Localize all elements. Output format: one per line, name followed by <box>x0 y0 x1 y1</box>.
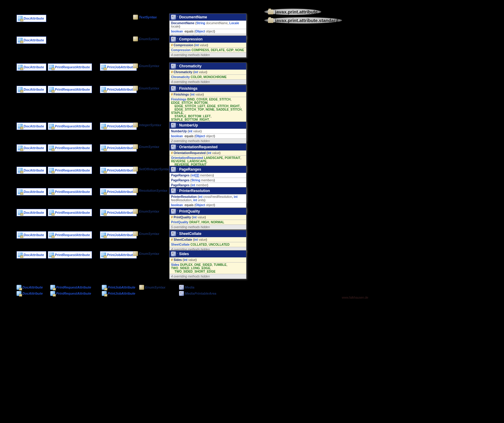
interface-job[interactable]: PrintJobAttribute <box>100 251 137 259</box>
class-member-row: # Chromaticity (int value) <box>170 70 246 74</box>
ref-req[interactable]: PrintRequestAttribute <box>50 285 91 290</box>
interface-icon <box>49 87 54 92</box>
interface-req[interactable]: PrintRequestAttribute <box>48 144 92 152</box>
ref-job[interactable]: PrintJobAttribute <box>102 285 135 290</box>
ref-label: Media <box>185 285 194 289</box>
interface-req[interactable]: PrintRequestAttribute <box>48 231 92 239</box>
ref-enum[interactable]: EnumSyntax <box>133 251 159 256</box>
interface-label: PrintRequestAttribute <box>55 253 90 257</box>
final-marker: ' <box>177 189 178 192</box>
interface-doc[interactable]: DocAttribute <box>17 15 46 22</box>
interface-req[interactable]: PrintRequestAttribute <box>48 251 92 259</box>
ref-mpa[interactable]: MediaPrintableArea <box>179 291 216 296</box>
class-member-row: # PrintQuality (int value) <box>170 215 246 220</box>
package-label-2: javax.print.attribute.standard <box>264 17 342 24</box>
interface-doc[interactable]: DocAttribute <box>17 144 46 152</box>
interface-label: PrintRequestAttribute <box>55 88 90 91</box>
interface-job[interactable]: PrintJobAttribute <box>100 86 137 93</box>
interface-label: PrintRequestAttribute <box>55 233 90 237</box>
class-card-SheetCollate[interactable]: 'SheetCollate# SheetCollate (int value)S… <box>169 230 246 252</box>
class-card-NumberUp[interactable]: 'NumberUpNumberUp (int value)boolean equ… <box>169 122 246 144</box>
interface-req[interactable]: PrintRequestAttribute <box>48 167 92 174</box>
class-icon <box>133 188 138 193</box>
interface-job[interactable]: PrintJobAttribute <box>100 188 137 195</box>
ref-enum[interactable]: EnumSyntax <box>133 63 159 68</box>
class-title: Chromaticity <box>179 64 201 68</box>
ref-enum[interactable]: EnumSyntax <box>133 231 159 236</box>
class-icon <box>171 86 176 91</box>
interface-req[interactable]: PrintRequestAttribute <box>48 86 92 93</box>
ref-soi[interactable]: SetOfIntegerSyntax <box>133 167 170 172</box>
ref-doc[interactable]: DocAttribute <box>17 291 43 296</box>
interface-label: DocAttribute <box>24 211 44 214</box>
interface-doc[interactable]: DocAttribute <box>17 123 46 130</box>
interface-label: PrintRequestAttribute <box>55 190 90 194</box>
class-member-row: PrinterResolution (int crossFeedResoluti… <box>170 194 246 202</box>
interface-label: DocAttribute <box>24 253 44 257</box>
ref-label: DocAttribute <box>22 292 43 295</box>
class-icon <box>139 285 144 290</box>
interface-doc[interactable]: DocAttribute <box>17 209 46 216</box>
ref-job[interactable]: PrintJobAttribute <box>102 291 135 296</box>
ref-res[interactable]: ResolutionSyntax <box>133 188 167 193</box>
class-card-Compression[interactable]: 'Compression# Compression (int value)Com… <box>169 36 246 58</box>
ref-req[interactable]: PrintRequestAttribute <box>50 291 91 296</box>
ref-enum[interactable]: EnumSyntax <box>133 209 159 214</box>
ref-label: SetOfIntegerSyntax <box>139 167 170 171</box>
class-member-row: Compression COMPRESS, DEFLATE, GZIP, NON… <box>170 47 246 52</box>
interface-req[interactable]: PrintRequestAttribute <box>48 63 92 71</box>
ref-enum[interactable]: EnumSyntax <box>139 285 166 290</box>
class-title: Sides <box>179 252 189 256</box>
class-member-row: DocumentName (String documentName, Local… <box>170 21 246 29</box>
interface-req[interactable]: PrintRequestAttribute <box>48 123 92 130</box>
class-header: 'PrinterResolution <box>170 187 246 194</box>
interface-doc[interactable]: DocAttribute <box>17 231 46 239</box>
interface-job[interactable]: PrintJobAttribute <box>100 167 137 174</box>
interface-job[interactable]: PrintJobAttribute <box>100 123 137 130</box>
class-member-row: 4 overriding methods hidden <box>170 79 246 84</box>
ref-label: PrintJobAttribute <box>108 285 135 289</box>
ref-text[interactable]: TextSyntax <box>133 15 157 20</box>
class-icon <box>102 291 107 296</box>
interface-job[interactable]: PrintJobAttribute <box>100 144 137 152</box>
interface-doc[interactable]: DocAttribute <box>17 167 46 174</box>
interface-job[interactable]: PrintJobAttribute <box>100 231 137 239</box>
class-title: Compression <box>179 37 203 41</box>
interface-doc[interactable]: DocAttribute <box>17 251 46 259</box>
class-header: 'PageRanges <box>170 166 246 173</box>
class-card-Sides[interactable]: 'Sides# Sides (int value)Sides DUPLEX, O… <box>169 250 246 279</box>
class-icon <box>133 231 138 236</box>
ref-enum[interactable]: EnumSyntax <box>133 86 159 91</box>
class-card-Chromaticity[interactable]: 'Chromaticity# Chromaticity (int value)C… <box>169 62 246 85</box>
ref-media[interactable]: Media <box>179 285 194 290</box>
class-icon <box>171 145 176 149</box>
class-member-row: boolean equals (Object object) <box>170 134 246 138</box>
interface-doc[interactable]: DocAttribute <box>17 86 46 93</box>
class-card-DocumentName[interactable]: 'DocumentNameDocumentName (String docume… <box>169 13 246 39</box>
class-icon <box>17 291 21 296</box>
ref-enum[interactable]: EnumSyntax <box>133 144 159 149</box>
interface-doc[interactable]: DocAttribute <box>17 188 46 195</box>
ref-int[interactable]: IntegerSyntax <box>133 123 161 127</box>
interface-req[interactable]: PrintRequestAttribute <box>48 209 92 216</box>
interface-job[interactable]: PrintJobAttribute <box>100 209 137 216</box>
interface-icon <box>101 145 106 150</box>
ref-label: DocAttribute <box>22 285 43 289</box>
class-icon <box>133 15 138 20</box>
class-icon <box>133 36 138 41</box>
interface-doc[interactable]: DocAttribute <box>17 63 46 71</box>
interface-label: PrintRequestAttribute <box>55 211 90 214</box>
interface-doc[interactable]: DocAttribute <box>17 36 46 44</box>
class-icon <box>171 64 176 69</box>
interface-job[interactable]: PrintJobAttribute <box>100 63 137 71</box>
class-card-PrintQuality[interactable]: 'PrintQuality# PrintQuality (int value)P… <box>169 208 246 230</box>
interface-label: PrintRequestAttribute <box>55 168 90 172</box>
ref-doc[interactable]: DocAttribute <box>17 285 43 290</box>
ref-enum[interactable]: EnumSyntax <box>133 36 159 41</box>
class-icon <box>133 167 138 172</box>
class-member-row: PageRanges (int[][] members) <box>170 173 246 178</box>
interface-label: PrintJobAttribute <box>107 146 135 150</box>
interface-label: DocAttribute <box>24 88 44 91</box>
class-icon <box>133 251 138 256</box>
interface-req[interactable]: PrintRequestAttribute <box>48 188 92 195</box>
